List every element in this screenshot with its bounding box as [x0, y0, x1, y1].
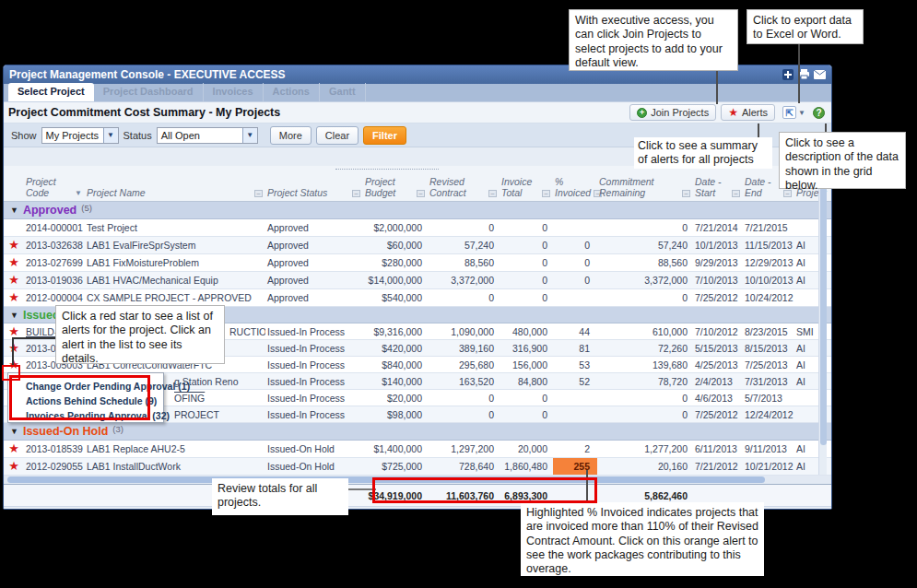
cell-text: 0	[542, 275, 547, 286]
column-header-invoice[interactable]: Invoice Total‒	[500, 176, 553, 201]
cell-commit: 1,277,200	[597, 441, 693, 457]
page-header: Project Commitment Cost Summary - My Pro…	[4, 102, 831, 123]
filter-icon[interactable]: ‒	[732, 190, 740, 197]
column-header-revised[interactable]: Revised Contract‒	[428, 176, 500, 201]
alerts-button[interactable]: ★ Alerts	[721, 104, 775, 121]
callout-export: Click to export data to Excel or Word.	[747, 9, 864, 44]
cell-text: 2013-027699	[26, 257, 83, 268]
show-select[interactable]: My Projects ▼	[41, 127, 119, 144]
hscroll-thumb[interactable]	[7, 476, 765, 483]
callout-help: Click to see a description of the data s…	[779, 132, 906, 189]
filter-button[interactable]: Filter	[363, 126, 406, 145]
filter-icon[interactable]: ‒	[417, 190, 425, 197]
cell-text: 0	[682, 393, 688, 404]
help-icon[interactable]: ?	[813, 107, 825, 119]
table-row[interactable]: ★2013-018539LAB1 Replace AHU2-5Issued-On…	[4, 441, 831, 458]
filter-icon[interactable]: ‒	[488, 190, 497, 197]
cell-text: $540,000	[382, 292, 422, 303]
column-header-commit[interactable]: Commitment Remaining‒	[597, 176, 693, 201]
add-window-icon[interactable]	[782, 69, 794, 81]
table-row[interactable]: 2014-000001Test ProjectApproved$2,000,00…	[4, 219, 831, 237]
cell-text: LAB1 Replace AHU2-5	[87, 443, 185, 454]
alert-star-icon[interactable]: ★	[8, 461, 19, 472]
cell-status: Issued-In Process	[265, 390, 363, 406]
alert-star-icon[interactable]: ★	[8, 275, 19, 286]
alert-popup-item[interactable]: Invoices Pending Approval (32)	[8, 408, 163, 423]
table-row[interactable]: ★2013-032638LAB1 EvalFireSprSystemApprov…	[4, 237, 831, 254]
cell-revised: 0	[428, 219, 500, 236]
status-select[interactable]: All Open ▼	[157, 127, 258, 144]
cell-text: 10/1/2013	[695, 240, 738, 251]
collapse-triangle-icon[interactable]: ▼	[10, 206, 18, 215]
column-header-star[interactable]	[4, 198, 24, 201]
cell-dstart: 4/25/2013	[693, 357, 743, 372]
cell-code: 2013-032638	[24, 237, 85, 253]
collapse-triangle-icon[interactable]: ▼	[10, 311, 18, 320]
cell-text: 0	[488, 292, 494, 303]
alert-star-icon[interactable]: ★	[8, 343, 19, 354]
cell-pct: 255	[553, 458, 597, 475]
column-header-budget[interactable]: Project Budget‒	[363, 176, 428, 201]
tab-project-dashboard[interactable]: Project Dashboard	[94, 83, 204, 101]
column-header-code[interactable]: Project Code▼	[24, 176, 85, 201]
cell-dstart: 4/6/2013	[693, 390, 743, 406]
tab-gantt[interactable]: Gantt	[320, 83, 366, 101]
cell-text: 610,000	[652, 326, 688, 337]
alert-star-icon[interactable]: ★	[8, 292, 19, 303]
cell-text: LAB1 FixMoistureProblem	[87, 257, 199, 268]
cell-name: CX SAMPLE PROJECT - APPROVED	[85, 289, 265, 306]
filter-icon[interactable]: ‒	[682, 190, 690, 197]
column-header-pct[interactable]: % Invoiced‒	[553, 176, 597, 201]
collapse-triangle-icon[interactable]: ▼	[10, 427, 18, 436]
cell-code: 2013-027699	[24, 254, 85, 271]
tab-select-project[interactable]: Select Project	[8, 83, 94, 101]
horizontal-scrollbar[interactable]	[4, 476, 831, 484]
cell-dstart: 7/25/2012	[693, 289, 743, 306]
alert-star-icon[interactable]: ★	[8, 257, 19, 268]
more-button[interactable]: More	[270, 126, 312, 145]
tab-actions[interactable]: Actions	[264, 83, 320, 101]
column-header-status[interactable]: Project Status‒	[265, 187, 363, 201]
table-row[interactable]: ★2013-027699LAB1 FixMoistureProblemAppro…	[4, 254, 831, 272]
cell-budget: $2,000,000	[363, 219, 428, 236]
filter-icon[interactable]: ‒	[352, 190, 360, 197]
tab-invoices[interactable]: Invoices	[204, 83, 264, 101]
join-projects-button[interactable]: + Join Projects	[629, 104, 716, 121]
group-header-approved[interactable]: ▼Approved(5)	[4, 202, 831, 219]
cell-text: 0	[682, 292, 688, 303]
alert-star-icon[interactable]: ★	[8, 359, 19, 370]
filter-icon[interactable]: ‒	[254, 190, 263, 197]
cell-invoice: 1,860,480	[500, 458, 553, 475]
export-icon[interactable]: ⇱	[782, 106, 796, 119]
cell-text: 7/21/2015	[745, 222, 788, 233]
filter-icon[interactable]: ‒	[542, 190, 550, 197]
cell-text: 88,560	[658, 257, 688, 268]
vertical-scrollbar[interactable]	[818, 166, 827, 475]
cell-text: 0	[682, 222, 688, 233]
cell-text: 81	[579, 343, 590, 354]
vscroll-thumb[interactable]	[820, 169, 827, 445]
callout-line-alerts	[758, 123, 759, 138]
cell-text: $60,000	[387, 240, 422, 251]
alert-popup-item[interactable]: Actions Behind Schedule (9)	[8, 394, 163, 408]
callout-line-overage	[586, 470, 588, 502]
alert-popup-item[interactable]: Change Order Pending Approval (1)	[8, 379, 163, 394]
cell-status: Approved	[265, 237, 363, 253]
alert-star-icon[interactable]: ★	[8, 326, 19, 337]
cell-dstart: 5/15/2013	[693, 340, 743, 356]
table-row[interactable]: ★2012-029055LAB1 InstallDuctWorkIssued-O…	[4, 458, 831, 476]
cell-budget: $1,400,000	[363, 441, 428, 457]
cell-status: Issued-In Process	[265, 357, 363, 372]
sort-icon[interactable]: ▼	[75, 189, 82, 198]
export-caret-icon[interactable]: ▼	[798, 109, 805, 117]
column-header-dstart[interactable]: Date - Start‒	[693, 176, 743, 201]
column-header-name[interactable]: Project Name‒	[85, 187, 265, 201]
alert-star-icon[interactable]: ★	[8, 443, 19, 454]
table-row[interactable]: ★2013-019036LAB1 HVAC/Mechanical EquipAp…	[4, 272, 831, 289]
alert-star-icon[interactable]: ★	[8, 240, 19, 251]
clear-button[interactable]: Clear	[316, 126, 359, 145]
group-name: Approved	[23, 204, 76, 217]
alerts-label: Alerts	[742, 107, 768, 118]
group-header-issued-on-hold[interactable]: ▼Issued-On Hold(3)	[4, 423, 831, 441]
mail-icon[interactable]	[813, 69, 826, 81]
